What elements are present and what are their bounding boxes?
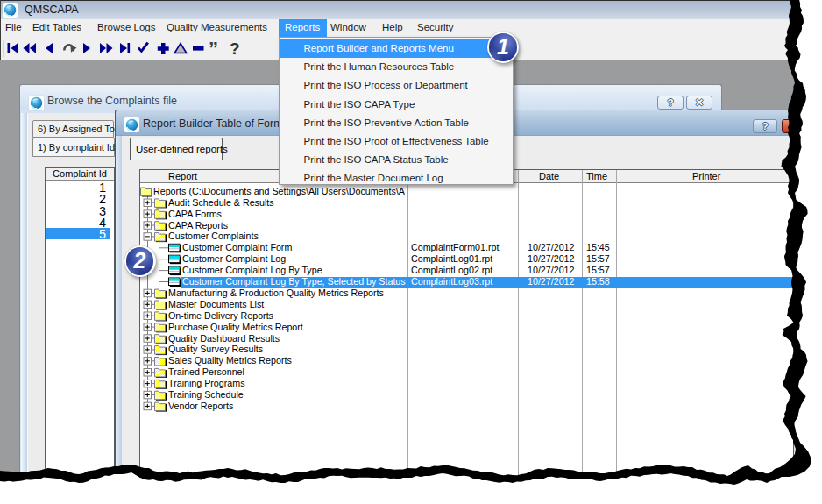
svg-text:?: ? <box>230 39 240 58</box>
svg-text:”: ” <box>209 38 218 60</box>
